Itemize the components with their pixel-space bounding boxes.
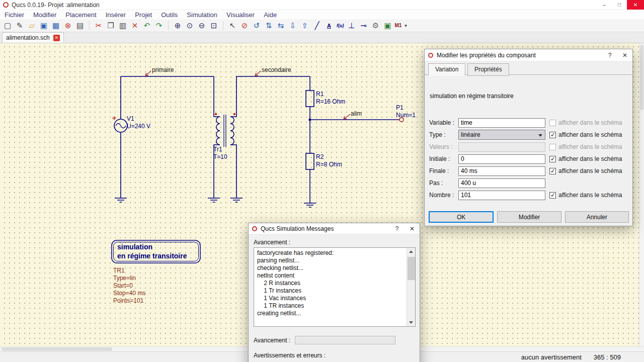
zoom-fit-icon[interactable]: ⊡ xyxy=(208,20,219,31)
toolbar-separator[interactable] xyxy=(168,21,169,30)
component-tr1[interactable] xyxy=(215,113,235,147)
type-select[interactable]: linéaire xyxy=(458,130,545,140)
show-in-schematic-checkbox[interactable] xyxy=(549,144,556,150)
zoom-reset-icon[interactable]: ⊙ xyxy=(184,20,195,31)
wire-icon[interactable]: ╱ xyxy=(311,20,323,31)
menu-item[interactable]: Outils xyxy=(156,11,182,19)
tr1-value[interactable]: T=10 xyxy=(213,153,227,160)
menu-item[interactable]: Insérer xyxy=(101,11,130,19)
tab-proprietes[interactable]: Propriétés xyxy=(467,63,509,76)
menu-item[interactable]: Simulation xyxy=(182,11,222,19)
minimize-button[interactable]: – xyxy=(597,0,612,10)
dialog-titlebar[interactable]: Qucs Simulation Messages ? ✕ xyxy=(249,223,420,234)
component-r1[interactable] xyxy=(306,90,314,107)
component-r2[interactable] xyxy=(306,153,314,169)
paste-icon[interactable]: ▥ xyxy=(117,20,128,31)
cancel-button[interactable]: Annuler xyxy=(565,211,629,223)
r1-name[interactable]: R1 xyxy=(316,90,324,98)
initiale-input[interactable] xyxy=(458,154,545,164)
component-v1[interactable] xyxy=(112,116,127,132)
variable-input[interactable] xyxy=(458,118,545,128)
ground-symbol[interactable] xyxy=(115,198,316,207)
tab-close-icon[interactable]: ✕ xyxy=(53,35,60,41)
net-label-alim[interactable]: alim xyxy=(351,110,362,117)
scroll-down-icon[interactable] xyxy=(407,318,416,326)
port-icon[interactable]: ⊸ xyxy=(358,20,369,31)
help-button[interactable]: ? xyxy=(389,223,405,234)
print-icon[interactable]: ▤ xyxy=(74,20,86,31)
show-in-schematic-checkbox[interactable] xyxy=(549,168,556,174)
vertical-scrollbar[interactable] xyxy=(639,43,644,351)
display-icon[interactable]: ▣ xyxy=(382,20,393,31)
tab-alimentation-sch[interactable]: alimentation.sch ✕ xyxy=(2,32,64,43)
nombre-input[interactable] xyxy=(458,191,545,200)
new-file-icon[interactable]: ▢ xyxy=(2,20,13,31)
marker-icon[interactable]: M1 xyxy=(394,20,403,31)
equation-icon[interactable]: f(u) xyxy=(336,20,345,31)
p1-name[interactable]: P1 xyxy=(396,104,404,111)
pop-out-icon[interactable]: ⇧ xyxy=(299,20,310,31)
dialog-close-button[interactable]: ✕ xyxy=(405,223,420,234)
zoom-in-icon[interactable]: ⊕ xyxy=(172,20,183,31)
r2-value[interactable]: R=8 Ohm xyxy=(316,161,342,168)
close-button[interactable]: ✕ xyxy=(627,0,644,10)
transient-sim-block[interactable]: TR1 Type=lin Start=0 Stop=40 ms Points=1… xyxy=(113,267,145,304)
menu-item[interactable]: Visualiser xyxy=(222,11,259,19)
scrollbar-thumb[interactable] xyxy=(2,347,112,351)
new-text-icon[interactable]: ✎ xyxy=(14,20,25,31)
ground-icon[interactable]: ⊥ xyxy=(346,20,357,31)
net-label-primaire[interactable]: primaire xyxy=(152,66,174,73)
pas-input[interactable] xyxy=(458,178,545,188)
finale-input[interactable] xyxy=(458,166,545,176)
menu-item[interactable]: Projet xyxy=(130,11,156,19)
net-label-secondaire[interactable]: secondaire xyxy=(262,66,291,73)
open-folder-icon[interactable]: ▱ xyxy=(26,20,37,31)
show-in-schematic-checkbox[interactable] xyxy=(549,120,556,126)
menu-item[interactable]: Fichier xyxy=(0,11,29,19)
help-button[interactable]: ? xyxy=(602,49,617,61)
r1-value[interactable]: R=16 Ohm xyxy=(316,98,345,105)
delete-icon[interactable]: ✕ xyxy=(129,20,140,31)
scrollbar-thumb[interactable] xyxy=(408,257,415,280)
zoom-out-icon[interactable]: ⊖ xyxy=(196,20,207,31)
v1-value[interactable]: U=240 V xyxy=(127,123,150,130)
dialog-close-button[interactable]: ✕ xyxy=(617,49,632,61)
mirror-x-icon[interactable]: ⇅ xyxy=(263,20,274,31)
r2-name[interactable]: R2 xyxy=(316,153,324,160)
show-in-schematic-checkbox[interactable] xyxy=(549,156,556,162)
p1-value[interactable]: Num=1 xyxy=(396,112,416,119)
menu-item[interactable]: Modifier xyxy=(29,11,61,19)
modify-button[interactable]: Modifier xyxy=(497,211,561,223)
redo-icon[interactable]: ↷ xyxy=(153,20,165,31)
toolbar-separator[interactable] xyxy=(89,21,90,30)
select-icon[interactable]: ↖ xyxy=(227,20,238,31)
valeurs-input[interactable] xyxy=(458,142,545,152)
undo-icon[interactable]: ↶ xyxy=(141,20,152,31)
ok-button[interactable]: OK xyxy=(429,211,494,223)
simulation-text-box[interactable]: simulation en régime transitoire xyxy=(112,240,200,263)
dialog-titlebar[interactable]: Modifier les propriétés du composant ? ✕ xyxy=(425,49,632,61)
simulate-icon[interactable]: ⚙ xyxy=(370,20,381,31)
show-in-schematic-checkbox[interactable] xyxy=(549,132,556,138)
mirror-y-icon[interactable]: ⇆ xyxy=(275,20,286,31)
marker-dropdown-icon[interactable]: ▾ xyxy=(403,20,408,31)
push-into-icon[interactable]: ⇩ xyxy=(287,20,298,31)
scrollbar-thumb[interactable] xyxy=(640,45,643,110)
toolbar-separator[interactable] xyxy=(223,21,223,30)
log-scrollbar[interactable] xyxy=(407,248,415,326)
menu-item[interactable]: Aide xyxy=(259,11,281,19)
rotate-icon[interactable]: ↺ xyxy=(251,20,262,31)
scroll-up-icon[interactable] xyxy=(407,248,416,256)
close-document-icon[interactable]: ⊗ xyxy=(62,20,73,31)
menu-item[interactable]: Placement xyxy=(61,11,101,19)
show-in-schematic-checkbox[interactable] xyxy=(549,192,556,199)
deactivate-icon[interactable]: ⊘ xyxy=(239,20,250,31)
wires[interactable] xyxy=(121,76,399,203)
save-all-icon[interactable]: ▦ xyxy=(50,20,61,31)
tab-variation[interactable]: Variation xyxy=(428,63,465,76)
maximize-button[interactable]: □ xyxy=(612,0,627,10)
cut-icon[interactable]: ✂ xyxy=(93,20,104,31)
simulation-log[interactable]: factorycreate has registered:parsing net… xyxy=(254,247,416,327)
label-icon[interactable]: A xyxy=(324,20,335,31)
copy-icon[interactable]: ❐ xyxy=(105,20,116,31)
